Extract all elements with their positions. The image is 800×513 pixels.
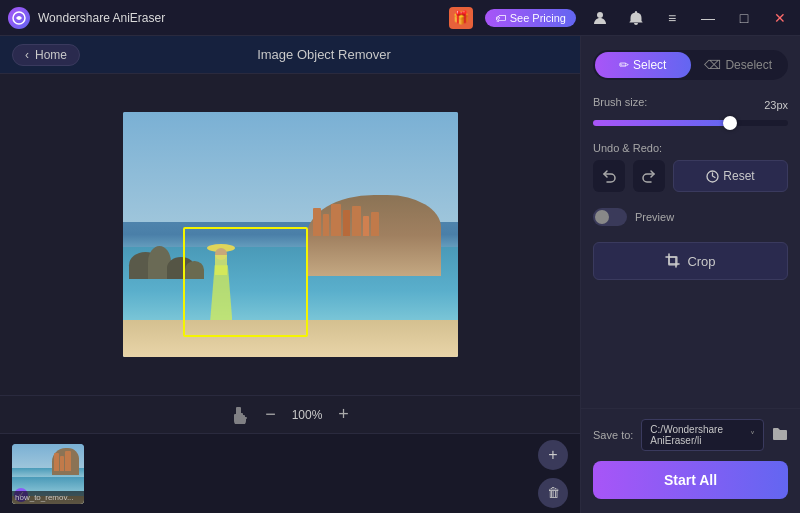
save-section: Save to: C:/Wondershare AniEraser/li ˅ S… [593, 408, 788, 499]
app-logo [8, 7, 30, 29]
selection-box [183, 227, 308, 337]
delete-image-button[interactable]: 🗑 [538, 478, 568, 508]
toggle-knob [595, 210, 609, 224]
preview-toggle[interactable] [593, 208, 627, 226]
preview-label: Preview [635, 211, 674, 223]
add-image-button[interactable]: + [538, 440, 568, 470]
navbar: ‹ Home Image Object Remover [0, 36, 580, 74]
thumbnail-label: how_to_remov... [12, 491, 84, 504]
hamburger-icon-button[interactable]: ≡ [660, 6, 684, 30]
select-deselect-toggle: ✏ Select ⌫ Deselect [593, 50, 788, 80]
right-panel: ✏ Select ⌫ Deselect Brush size: 23px Und… [580, 36, 800, 513]
folder-button[interactable] [772, 426, 788, 445]
gift-button[interactable]: 🎁 [449, 7, 473, 29]
island-buildings [313, 162, 434, 236]
canvas-area[interactable] [0, 74, 580, 395]
crop-button[interactable]: Crop [593, 242, 788, 280]
save-path-text: C:/Wondershare AniEraser/li [650, 424, 750, 446]
user-icon-button[interactable] [588, 6, 612, 30]
tag-icon: 🏷 [495, 12, 506, 24]
titlebar-center: 🎁 🏷 See Pricing ≡ — □ ✕ [449, 6, 792, 30]
app-title: Wondershare AniEraser [38, 11, 165, 25]
back-arrow-icon: ‹ [25, 48, 29, 62]
main-layout: ‹ Home Image Object Remover [0, 36, 800, 513]
building [343, 210, 350, 236]
brush-size-row: Brush size: 23px [593, 96, 788, 114]
start-all-button[interactable]: Start All [593, 461, 788, 499]
save-row: Save to: C:/Wondershare AniEraser/li ˅ [593, 419, 788, 451]
building [363, 216, 369, 236]
select-button[interactable]: ✏ Select [595, 52, 691, 78]
save-path-selector[interactable]: C:/Wondershare AniEraser/li ˅ [641, 419, 764, 451]
hand-tool-button[interactable] [231, 406, 249, 424]
preview-row: Preview [593, 208, 788, 226]
thumbnails: ✓ how_to_remov... [12, 444, 528, 504]
brush-size-label: Brush size: [593, 96, 647, 108]
brush-size-slider[interactable] [593, 120, 788, 126]
close-button[interactable]: ✕ [768, 6, 792, 30]
island [307, 141, 441, 276]
bell-icon-button[interactable] [624, 6, 648, 30]
brush-size-value: 23px [764, 99, 788, 111]
undo-button[interactable] [593, 160, 625, 192]
image-container [123, 112, 458, 357]
deselect-button[interactable]: ⌫ Deselect [691, 52, 787, 78]
chevron-down-icon: ˅ [750, 430, 755, 441]
zoom-out-button[interactable]: − [265, 404, 276, 425]
crop-icon [665, 253, 681, 269]
divider [581, 408, 800, 409]
undo-redo-label: Undo & Redo: [593, 142, 788, 154]
building [352, 206, 361, 236]
left-panel: ‹ Home Image Object Remover [0, 36, 580, 513]
undo-redo-section: Undo & Redo: [593, 142, 788, 192]
thumbnail-item[interactable]: ✓ how_to_remov... [12, 444, 84, 504]
building [313, 208, 321, 236]
see-pricing-button[interactable]: 🏷 See Pricing [485, 9, 576, 27]
reset-button[interactable]: Reset [673, 160, 788, 192]
building [371, 212, 379, 236]
titlebar: Wondershare AniEraser 🎁 🏷 See Pricing ≡ … [0, 0, 800, 36]
undo-redo-row: Reset [593, 160, 788, 192]
maximize-button[interactable]: □ [732, 6, 756, 30]
zoom-in-button[interactable]: + [338, 404, 349, 425]
page-title: Image Object Remover [80, 47, 568, 62]
folder-icon [772, 426, 788, 442]
redo-button[interactable] [633, 160, 665, 192]
titlebar-left: Wondershare AniEraser [8, 7, 165, 29]
svg-point-1 [597, 12, 603, 18]
zoom-toolbar: − 100% + [0, 395, 580, 433]
pencil-icon: ✏ [619, 58, 629, 72]
building [323, 214, 329, 236]
eraser-icon: ⌫ [704, 58, 721, 72]
spacer [593, 296, 788, 392]
home-button[interactable]: ‹ Home [12, 44, 80, 66]
thumbnail-strip: ✓ how_to_remov... + 🗑 [0, 433, 580, 513]
minimize-button[interactable]: — [696, 6, 720, 30]
brush-size-section: Brush size: 23px [593, 96, 788, 126]
save-to-label: Save to: [593, 429, 633, 441]
zoom-level: 100% [292, 408, 323, 422]
thumbnail-actions: + 🗑 [538, 440, 568, 508]
building [331, 204, 341, 236]
